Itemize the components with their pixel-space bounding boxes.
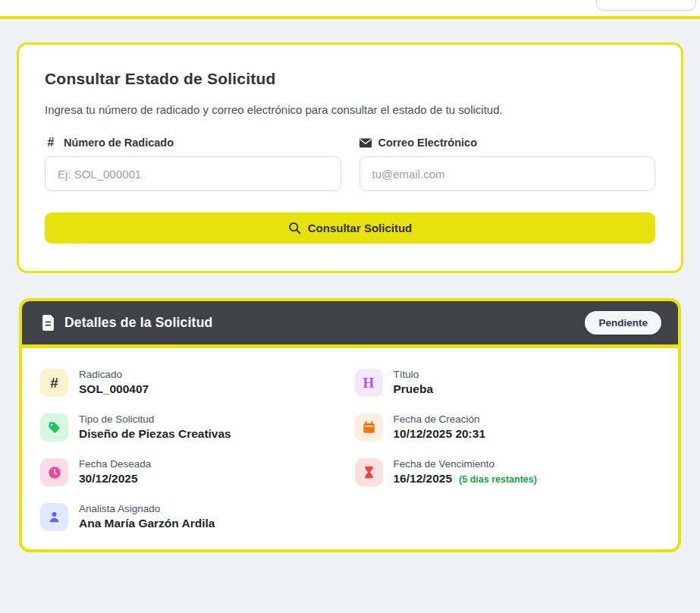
detail-label: Tipo de Solicitud <box>79 413 231 425</box>
detail-value: Ana María Garzón Ardila <box>79 517 215 530</box>
page-title: Consultar Estado de Solicitud <box>45 70 655 88</box>
detail-label: Analista Asignado <box>79 503 215 514</box>
document-icon <box>42 315 55 331</box>
hash-icon: # <box>45 137 57 149</box>
detail-item-fecha-creacion: Fecha de Creación 10/12/2025 20:31 <box>355 413 661 442</box>
detail-item-radicado: # Radicado SOL_000407 <box>40 369 346 397</box>
detail-label: Fecha de Creación <box>394 413 486 425</box>
detail-label: Título <box>394 369 434 380</box>
days-remaining-note: (5 días restantes) <box>459 474 537 485</box>
detail-value: SOL_000407 <box>79 382 149 396</box>
status-badge[interactable]: Pendiente <box>585 311 661 335</box>
details-body: # Radicado SOL_000407 H Título Prueba <box>22 348 678 549</box>
email-field-group: Correo Electrónico <box>359 137 656 191</box>
consult-description: Ingresa tu número de radicado y correo e… <box>45 103 655 116</box>
detail-label: Radicado <box>79 369 149 380</box>
tag-icon <box>40 413 68 442</box>
detail-item-fecha-deseada: Fecha Deseada 30/12/2025 <box>40 458 346 486</box>
details-header: Detalles de la Solicitud Pendiente <box>22 301 678 348</box>
detail-label: Fecha de Vencimiento <box>394 458 537 470</box>
clock-icon <box>40 458 68 486</box>
calendar-icon <box>355 413 383 442</box>
consult-status-card: Consultar Estado de Solicitud Ingresa tu… <box>17 42 683 273</box>
detail-item-analista: Analista Asignado Ana María Garzón Ardil… <box>40 503 346 531</box>
detail-item-tipo: Tipo de Solicitud Diseño de Piezas Creat… <box>40 413 346 442</box>
detail-value: Prueba <box>394 382 434 396</box>
detail-value: 10/12/2025 20:31 <box>394 427 486 441</box>
detail-item-titulo: H Título Prueba <box>355 369 661 397</box>
radicado-field-group: # Número de Radicado <box>45 137 341 191</box>
due-date-value: 16/12/2025 <box>394 472 453 485</box>
detail-item-fecha-vencimiento: Fecha de Vencimiento 16/12/2025(5 días r… <box>355 458 661 486</box>
radicado-label-text: Número de Radicado <box>64 137 174 149</box>
detail-value: Diseño de Piezas Creativas <box>79 427 231 441</box>
hourglass-icon <box>355 458 383 486</box>
top-navigation-bar <box>0 0 700 19</box>
user-icon <box>40 503 68 531</box>
consult-submit-label: Consultar Solicitud <box>308 222 413 234</box>
radicado-input[interactable] <box>45 156 341 191</box>
title-icon: H <box>355 369 383 397</box>
email-label: Correo Electrónico <box>359 137 656 149</box>
detail-value: 16/12/2025(5 días restantes) <box>394 472 537 486</box>
topbar-partial-button[interactable] <box>596 0 696 11</box>
envelope-icon <box>359 137 372 149</box>
details-title: Detalles de la Solicitud <box>64 315 212 331</box>
consult-form: # Número de Radicado Correo Electrónico <box>45 137 655 191</box>
detail-label: Fecha Deseada <box>79 458 151 470</box>
email-input[interactable] <box>359 156 656 191</box>
consult-submit-button[interactable]: Consultar Solicitud <box>45 212 655 244</box>
hash-icon: # <box>40 369 68 397</box>
radicado-label: # Número de Radicado <box>45 137 341 149</box>
detail-value: 30/12/2025 <box>79 472 151 486</box>
page-content: Consultar Estado de Solicitud Ingresa tu… <box>0 19 700 552</box>
email-label-text: Correo Electrónico <box>378 137 478 149</box>
search-icon <box>288 222 301 234</box>
request-details-card: Detalles de la Solicitud Pendiente # Rad… <box>19 298 681 552</box>
